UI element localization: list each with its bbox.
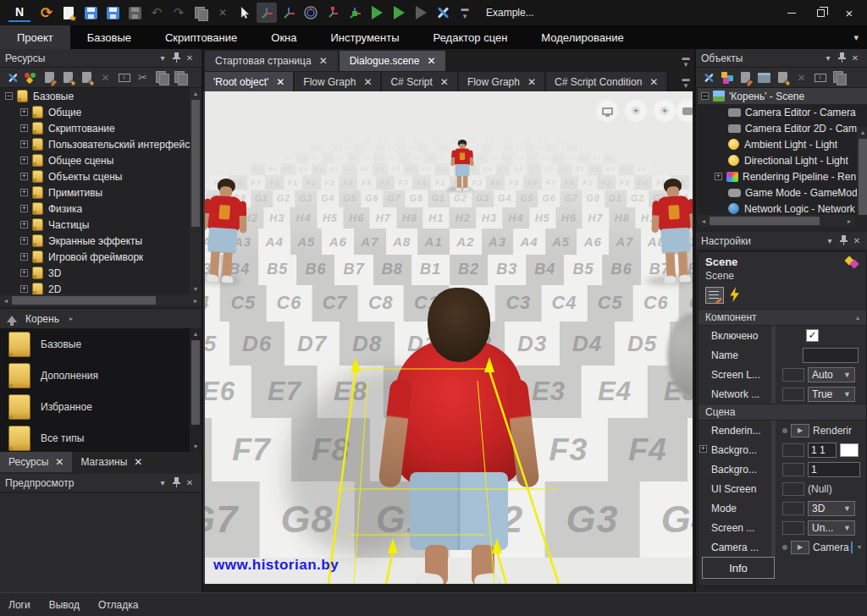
tab-root-object[interactable]: 'Root object'✕ [205,72,293,91]
delete-resource-button[interactable]: ✕ [97,69,113,85]
menu-scene-editor[interactable]: Редактор сцен [417,25,525,49]
scroll-left-icon[interactable]: ◂ [698,217,710,225]
restore-button[interactable] [806,3,835,23]
translate-tool-button[interactable] [279,3,299,23]
menu-project[interactable]: Проект [0,25,70,49]
expand-expander[interactable]: + [20,173,28,180]
rename-object-button[interactable]: I [812,69,828,85]
tree-item[interactable]: Camera Editor 2D - Cam [698,120,867,136]
menu-windows[interactable]: Окна [254,25,313,49]
settings-target-icon[interactable] [844,256,859,268]
tab-flow-graph-2[interactable]: Flow Graph✕ [459,72,544,91]
info-button[interactable]: Info [702,557,775,579]
resources-shapes-button[interactable] [23,69,39,85]
close-tab-icon[interactable]: ✕ [363,76,372,88]
scroll-thumb[interactable] [191,340,200,425]
tree-item[interactable]: +3D [0,265,202,281]
panel-menu-icon[interactable]: ▾ [821,53,835,63]
tree-item[interactable]: Camera Editor - Camera [698,104,867,120]
up-level-icon[interactable] [7,316,17,322]
edit-resource-button[interactable] [41,69,58,85]
status-tab-output[interactable]: Вывод [49,599,80,611]
tree-item[interactable]: +Частицы [0,217,202,233]
tree-item[interactable]: +Экранные эффекты [0,233,202,249]
tree-item-scene-root[interactable]: − 'Корень' - Scene [698,88,867,104]
scroll-thumb[interactable] [191,100,200,227]
close-tab-icon[interactable]: ✕ [440,76,449,88]
tree-item-root[interactable]: −Базовые [0,88,202,104]
tab-flow-graph-1[interactable]: Flow Graph✕ [295,72,380,91]
scroll-left-icon[interactable]: ◂ [0,297,12,305]
expand-expander[interactable]: + [20,189,28,196]
character-right[interactable] [648,177,693,286]
scroll-down-icon[interactable]: ▾ [190,441,202,452]
default-flag-box[interactable] [782,482,804,496]
import-resource-button[interactable] [60,69,76,85]
duplicate-button[interactable] [191,3,211,23]
tree-item[interactable]: +2D [0,281,202,294]
tree-item[interactable]: Network Logic - Network [698,201,867,215]
tools-button[interactable] [433,3,453,23]
close-tab-icon[interactable]: ✕ [649,76,658,88]
menu-scripting[interactable]: Скриптование [148,25,254,49]
default-flag-box[interactable] [782,521,804,535]
expand-expander[interactable]: + [20,285,28,293]
display-mode-button[interactable] [596,100,618,122]
expand-expander[interactable]: + [715,173,722,180]
tab-dialogue-scene[interactable]: Dialogue.scene✕ [340,51,446,71]
properties-mode-icon[interactable] [705,287,724,304]
play-button[interactable] [367,3,387,23]
tree-item[interactable]: Ambient Light - Light [698,136,867,152]
resources-tree-vscrollbar[interactable]: ▴ ▾ [190,88,202,294]
expand-expander[interactable]: + [20,253,28,261]
expand-expander[interactable]: + [20,237,28,245]
panel-menu-icon[interactable]: ▾ [156,478,169,487]
cut-resource-button[interactable]: ✂ [135,69,151,85]
tree-item[interactable]: +Примитивы [0,184,202,201]
tabs-overflow-icon[interactable]: ▬▾ [679,54,693,68]
play-disabled-button[interactable] [411,3,431,23]
tree-item[interactable]: +Rendering Pipeline - Ren [698,168,867,184]
delete-object-button[interactable]: ✕ [793,69,809,85]
scroll-up-icon[interactable]: ▴ [190,328,202,339]
list-item[interactable]: Избранное [0,391,202,422]
tree-item[interactable]: +Пользовательский интерфейс [0,136,202,152]
network-mode-dropdown[interactable]: True▼ [808,387,855,402]
tree-item[interactable]: +Физика [0,201,202,217]
expand-expander[interactable]: + [699,445,707,453]
character-left[interactable] [203,177,251,287]
brightness-2-button[interactable]: ☀ [654,100,676,122]
menu-modeling[interactable]: Моделирование [524,25,640,49]
ribbon-collapse-icon[interactable]: ▾ [853,32,867,43]
play-second-button[interactable] [389,3,409,23]
expand-expander[interactable]: + [20,124,28,132]
scroll-down-icon[interactable]: ▾ [190,283,202,294]
tree-item[interactable]: Directional Light - Light [698,152,867,168]
scroll-right-icon[interactable]: ▸ [190,297,202,305]
default-flag-box[interactable] [782,388,804,401]
character-far[interactable] [450,140,474,192]
scroll-up-icon[interactable]: ▴ [190,88,202,99]
app-logo[interactable]: N [8,3,30,22]
breadcrumb-label[interactable]: Корень [25,313,59,325]
tree-item[interactable]: +Общие [0,104,202,120]
scene-viewport[interactable]: C5C6C7C8C1C2C3C4C5C6C7C8C1C2C3C4C5C6C7C8… [203,91,693,584]
toolbar-overflow-button[interactable]: ▬▾ [455,3,475,23]
panel-menu-icon[interactable]: ▾ [823,236,837,245]
expand-expander[interactable]: + [20,205,28,212]
copy-object-button[interactable] [831,69,847,85]
tab-csharp-script[interactable]: C# Script✕ [382,72,456,91]
tree-item[interactable]: +Игровой фреймворк [0,249,202,265]
pin-icon[interactable] [837,235,850,247]
close-tab-icon[interactable]: ✕ [319,55,328,67]
undo-button[interactable]: ↶ [146,3,167,23]
save-all-button[interactable] [124,3,145,23]
paste-resource-button[interactable] [172,69,188,85]
pin-icon[interactable] [169,477,183,489]
resources-settings-button[interactable] [4,69,20,85]
status-tab-debug[interactable]: Отладка [98,599,138,611]
save-button[interactable] [80,3,101,23]
scale-tool-button[interactable] [323,3,343,23]
reference-button[interactable]: ▶ [791,424,809,437]
resources-tree-hscrollbar[interactable]: ◂ ▸ [0,294,202,306]
